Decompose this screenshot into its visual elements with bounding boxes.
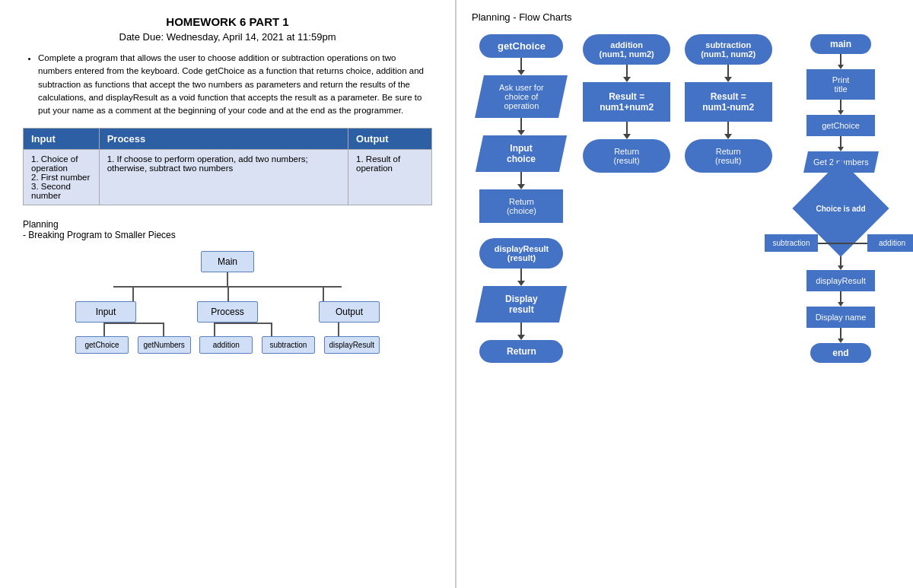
arrow2	[520, 118, 522, 130]
right-title: Planning - Flow Charts	[472, 11, 898, 23]
ipo-table: Input Process Output 1. Choice ofoperati…	[23, 128, 432, 205]
fc-print-title: Printtitle	[806, 69, 875, 100]
v-line-mid	[227, 286, 229, 301]
level2-container: Input Process Output	[75, 286, 380, 323]
col-output: Output	[348, 129, 432, 150]
arrow5	[520, 323, 522, 335]
subtraction-box: subtraction	[262, 336, 315, 354]
main-box: Main	[201, 251, 254, 272]
a-arrow1	[626, 65, 628, 77]
output-cell: 1. Result of operation	[348, 150, 432, 205]
arrowhead3	[517, 184, 525, 189]
fc-addition-oval: addition(num1, num2)	[583, 34, 670, 65]
fc-display-para: Displayresult	[476, 286, 567, 323]
fc-display-text: Displayresult	[505, 294, 538, 315]
right-panel: Planning - Flow Charts getChoice Ask use…	[456, 0, 913, 588]
fc-inputchoice-text: Inputchoice	[507, 143, 536, 164]
a-arrowhead2	[623, 134, 631, 139]
addition-box: addition	[199, 336, 253, 354]
fc-end-oval: end	[810, 343, 871, 363]
h-input	[103, 323, 163, 324]
hw-desc-item: Complete a program that allows the user …	[38, 52, 432, 117]
arrow4	[520, 269, 522, 281]
getchoice-flow: getChoice Ask user forchoice ofoperation…	[479, 34, 563, 223]
level3-boxes: getChoice getNumbers addition subtractio…	[75, 323, 380, 354]
fc-main-oval: main	[810, 34, 871, 54]
m-arrow6	[840, 291, 841, 302]
col-addition: addition(num1, num2) Result =num1+num2 R…	[581, 34, 673, 363]
arrowhead1	[517, 70, 525, 75]
fc-return-choice: Return(choice)	[479, 189, 563, 223]
m-arrow1	[840, 54, 841, 65]
fc-diamond-wrap: Choice is add	[799, 188, 883, 230]
left-panel: HOMEWORK 6 PART 1 Date Due: Wednesday, A…	[0, 0, 456, 588]
v-proc-right	[271, 323, 272, 336]
arrowhead2	[517, 130, 525, 135]
fc-return-add: Return(result)	[583, 139, 670, 173]
col-main-detail: main Printtitle getChoice Get 2 numbers …	[784, 34, 898, 363]
hierarchy-tree: Main Input Process Output	[23, 251, 432, 354]
fc-getchoice-oval: getChoice	[479, 34, 563, 58]
fc-return-sub: Return(result)	[685, 139, 772, 173]
fc-displayresult-oval: displayResult(result)	[479, 238, 563, 269]
planning-title: Planning- Breaking Program to Smaller Pi…	[23, 219, 432, 240]
input-cell: 1. Choice ofoperation2. First number3. S…	[24, 150, 100, 205]
fc-displayname: Display name	[806, 307, 875, 328]
v-input-left	[103, 323, 105, 336]
fc-return-oval: Return	[479, 340, 563, 363]
connector	[227, 272, 228, 286]
h-proc	[214, 323, 271, 324]
output-box: Output	[319, 301, 380, 323]
hw-title: HOMEWORK 6 PART 1	[23, 15, 432, 28]
hw-date: Date Due: Wednesday, April 14, 2021 at 1…	[23, 31, 432, 43]
col-input: Input	[24, 129, 100, 150]
a-arrowhead1	[623, 77, 631, 82]
fc-inputchoice-para: Inputchoice	[476, 135, 567, 172]
arrow1	[520, 58, 522, 70]
level3-container: getChoice getNumbers addition subtractio…	[75, 323, 380, 354]
getnumbers-box: getNumbers	[138, 336, 191, 354]
fc-displayresult-detail: displayResult	[806, 270, 875, 291]
a-arrow2	[626, 122, 628, 134]
fc-diamond-label: Choice is add	[816, 205, 865, 213]
arrowhead4	[517, 281, 525, 286]
hw-description: Complete a program that allows the user …	[23, 52, 432, 117]
table-row: 1. Choice ofoperation2. First number3. S…	[24, 150, 432, 205]
displayresult-flow: displayResult(result) Displayresult Retu…	[479, 238, 563, 363]
v-out	[338, 323, 339, 336]
arrow3	[520, 172, 522, 184]
input-box: Input	[75, 301, 136, 323]
fc-askuser-para: Ask user forchoice ofoperation	[476, 75, 568, 118]
s-arrow1	[727, 65, 729, 77]
m-arrow2	[840, 100, 841, 110]
v-proc-left	[214, 323, 215, 336]
fc-add-branch: addition	[867, 234, 913, 252]
s-arrowhead2	[724, 134, 732, 139]
tree-root: Main	[201, 251, 254, 272]
arrowhead5	[517, 335, 525, 340]
m-arrow7	[840, 328, 841, 338]
displayresult-box: displayResult	[324, 336, 380, 354]
fc-sub-branch: subtraction	[765, 234, 818, 252]
process-box: Process	[197, 301, 258, 323]
flowcharts-area: getChoice Ask user forchoice ofoperation…	[472, 34, 898, 363]
getchoice-box: getChoice	[75, 336, 129, 354]
v-line-left	[132, 286, 134, 301]
m-arrow3	[840, 136, 841, 147]
fc-getchoice-detail: getChoice	[806, 115, 875, 136]
fc-askuser-text: Ask user forchoice ofoperation	[499, 83, 544, 110]
fc-result-sub: Result =num1-num2	[685, 82, 772, 122]
v-line-right	[323, 286, 324, 301]
col-getchoice: getChoice Ask user forchoice ofoperation…	[472, 34, 571, 363]
h-branch-line	[818, 243, 867, 244]
diamond-branches: subtraction addition	[765, 234, 913, 252]
fc-result-add: Result =num1+num2	[583, 82, 670, 122]
s-arrow2	[727, 122, 729, 134]
s-arrowhead1	[724, 77, 732, 82]
col-process: Process	[99, 129, 348, 150]
v-input-right	[163, 323, 164, 336]
col-subtraction: subtraction(num1, num2) Result =num1-num…	[682, 34, 775, 363]
fc-subtraction-oval: subtraction(num1, num2)	[685, 34, 772, 65]
process-cell: 1. If choose to perform operation, add t…	[99, 150, 348, 205]
